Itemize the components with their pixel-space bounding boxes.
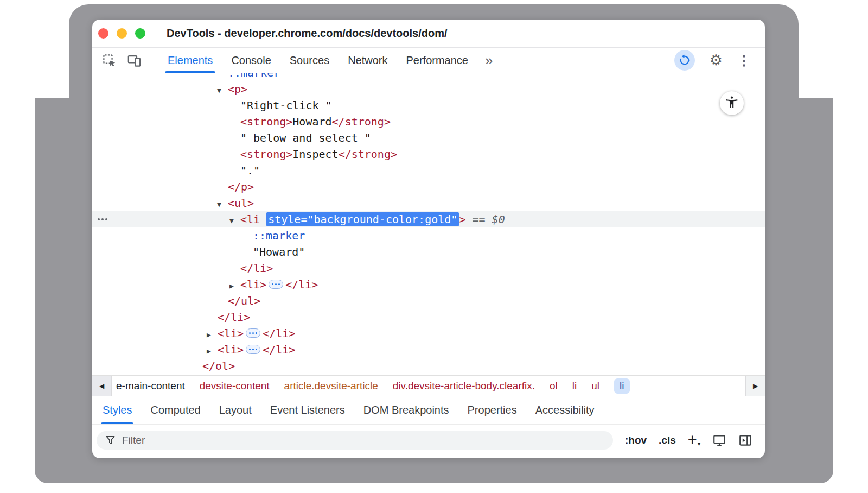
dom-row[interactable]: ▶<li></li>: [92, 276, 765, 293]
rendering-monitor-icon[interactable]: [712, 433, 726, 447]
toggle-sidebar-icon[interactable]: [738, 433, 752, 447]
styles-toolbar: :hov .cls + ▾: [92, 424, 765, 456]
dom-segment-tag: <p>: [228, 83, 247, 96]
accessibility-button[interactable]: [720, 91, 744, 115]
twisty-icon[interactable]: ▶: [229, 278, 240, 294]
toggle-element-classes-button[interactable]: .cls: [659, 434, 676, 446]
tab-console[interactable]: Console: [222, 48, 280, 73]
titlebar: DevTools - developer.chrome.com/docs/dev…: [92, 20, 765, 48]
filter-input[interactable]: [122, 434, 611, 446]
breadcrumb-item-div-devsite-article-body-clearfix[interactable]: div.devsite-article-body.clearfix.: [393, 380, 535, 392]
expand-inline-icon[interactable]: [246, 345, 260, 354]
toggle-hover-state-button[interactable]: :hov: [625, 434, 647, 446]
twisty-icon[interactable]: ▶: [207, 343, 218, 359]
caret-down-icon: ▾: [698, 441, 701, 447]
dom-segment-tag: </li>: [240, 262, 273, 275]
dom-row[interactable]: "Howard": [92, 244, 765, 260]
dom-segment-text: " below and select ": [240, 131, 371, 144]
filter-input-wrap: [97, 431, 613, 450]
toolbar-right-actions: ⚙ ⋮: [674, 50, 765, 71]
dom-segment-tag: </li>: [263, 327, 295, 340]
minimize-button[interactable]: [117, 28, 127, 39]
chevron-left-icon: ◀: [99, 382, 104, 390]
dom-segment-text: ".": [240, 164, 260, 177]
kebab-menu-icon[interactable]: ⋮: [737, 54, 751, 67]
inspect-element-icon[interactable]: [101, 52, 117, 68]
new-style-rule-button[interactable]: + ▾: [688, 432, 700, 448]
breadcrumb-item-li[interactable]: li: [572, 380, 577, 392]
breadcrumb-item-devsite-content[interactable]: devsite-content: [200, 380, 270, 392]
dom-row-clipped: ::marker: [92, 73, 765, 81]
dom-row[interactable]: ".": [92, 162, 765, 179]
dom-row[interactable]: ▼<li style="background-color:gold"> == $…: [92, 211, 765, 227]
breadcrumb-scroll-left[interactable]: ◀: [92, 376, 112, 396]
panel-tab-accessibility[interactable]: Accessibility: [526, 396, 604, 424]
panel-tab-computed[interactable]: Computed: [141, 396, 209, 424]
device-toolbar-icon[interactable]: [126, 52, 142, 68]
tab-sources[interactable]: Sources: [280, 48, 339, 73]
panel-tab-styles[interactable]: Styles: [93, 396, 141, 424]
dom-segment-tag: <li>: [218, 327, 244, 340]
dom-row[interactable]: "Right-click ": [92, 97, 765, 113]
dom-row[interactable]: ::marker: [92, 227, 765, 244]
breadcrumb: ◀ e-main-contentdevsite-contentarticle.d…: [92, 375, 765, 396]
dom-segment-tag: >: [459, 213, 465, 226]
dom-segment-tag: </strong>: [339, 148, 397, 161]
breadcrumb-item-e-main-content[interactable]: e-main-content: [116, 380, 185, 392]
window-title: DevTools - developer.chrome.com/docs/dev…: [167, 27, 448, 40]
dom-row[interactable]: <strong>Howard</strong>: [92, 113, 765, 130]
panel-tab-layout[interactable]: Layout: [210, 396, 261, 424]
dom-segment-tag: </ul>: [228, 294, 260, 307]
dom-segment-hl: style="background-color:gold": [266, 212, 459, 226]
plus-icon: +: [688, 432, 697, 448]
panel-tab-properties[interactable]: Properties: [458, 396, 526, 424]
twisty-icon[interactable]: ▼: [229, 213, 240, 229]
settings-gear-icon[interactable]: ⚙: [710, 53, 723, 68]
devtools-update-icon[interactable]: [674, 50, 695, 71]
close-button[interactable]: [98, 28, 108, 39]
tab-performance[interactable]: Performance: [397, 48, 478, 73]
panel-tabs: StylesComputedLayoutEvent ListenersDOM B…: [92, 396, 765, 424]
dom-segment-text: "Howard": [253, 245, 305, 258]
dom-segment-dollar: $0: [492, 213, 505, 226]
dom-row[interactable]: </li>: [92, 309, 765, 325]
dom-row[interactable]: ▼<ul>: [92, 195, 765, 211]
dom-row[interactable]: " below and select ": [92, 130, 765, 146]
dom-row[interactable]: </ol>: [92, 358, 765, 374]
maximize-button[interactable]: [135, 28, 145, 39]
dom-row[interactable]: ▼<p>: [92, 81, 765, 97]
tab-elements[interactable]: Elements: [158, 48, 222, 73]
panel-tab-dom-breakpoints[interactable]: DOM Breakpoints: [354, 396, 458, 424]
dom-row[interactable]: </ul>: [92, 293, 765, 309]
twisty-icon[interactable]: ▼: [217, 83, 228, 99]
expand-inline-icon[interactable]: [246, 328, 260, 338]
marker-pseudo-label: ::marker: [228, 73, 280, 79]
dom-segment-tag: </li>: [218, 311, 250, 324]
tab-network[interactable]: Network: [339, 48, 397, 73]
twisty-icon[interactable]: ▼: [217, 197, 228, 213]
devtools-window: DevTools - developer.chrome.com/docs/dev…: [92, 20, 765, 458]
breadcrumb-items: e-main-contentdevsite-contentarticle.dev…: [112, 378, 637, 394]
breadcrumb-item-li[interactable]: li: [614, 378, 629, 394]
breadcrumb-item-article-devsite-article[interactable]: article.devsite-article: [284, 380, 378, 392]
breadcrumb-item-ol[interactable]: ol: [550, 380, 558, 392]
styles-actions: :hov .cls + ▾: [625, 432, 752, 448]
breadcrumb-item-ul[interactable]: ul: [591, 380, 599, 392]
dom-row[interactable]: </p>: [92, 179, 765, 195]
toolbar-tabs: ElementsConsoleSourcesNetworkPerformance: [158, 48, 477, 73]
dom-row[interactable]: <strong>Inspect</strong>: [92, 146, 765, 162]
row-actions-icon[interactable]: [98, 218, 107, 220]
panel-tab-event-listeners[interactable]: Event Listeners: [261, 396, 354, 424]
twisty-icon[interactable]: ▶: [207, 327, 218, 343]
breadcrumb-scroll-right[interactable]: ▶: [745, 376, 765, 396]
dom-row[interactable]: ▶<li></li>: [92, 325, 765, 342]
dom-row[interactable]: </li>: [92, 260, 765, 276]
dom-segment-tag: </p>: [228, 180, 254, 193]
more-tabs-icon[interactable]: »: [477, 53, 500, 67]
dom-row[interactable]: ▶<li></li>: [92, 342, 765, 358]
expand-inline-icon[interactable]: [269, 280, 283, 289]
dom-segment-text: Inspect: [292, 148, 338, 161]
dom-segment-tag: <li>: [218, 343, 244, 356]
dom-segment-tag: <strong>: [240, 115, 292, 128]
elements-tree: ::marker ▼<p>"Right-click "<strong>Howar…: [92, 73, 765, 375]
